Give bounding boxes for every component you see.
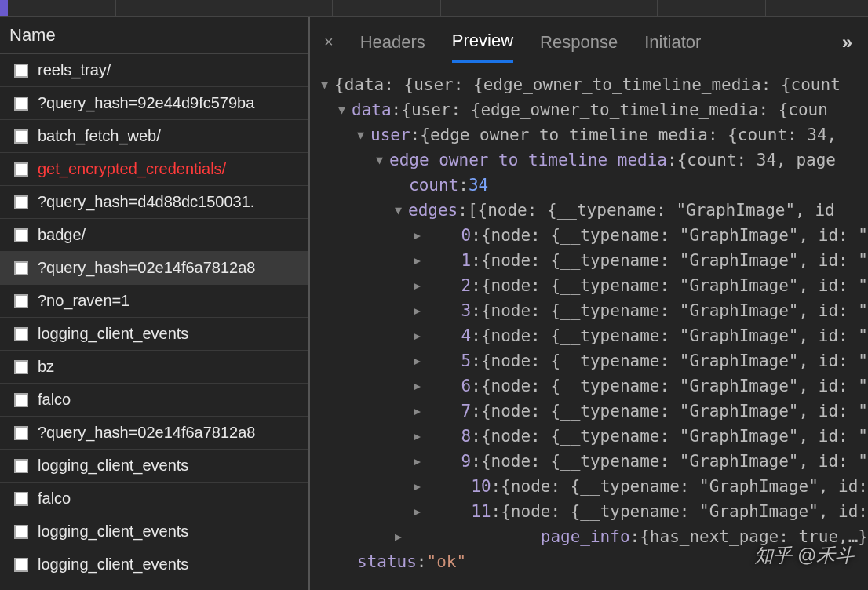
- tree-summary: {user: {edge_owner_to_timeline_media: {c…: [401, 97, 828, 122]
- tree-summary: {node: {__typename: "GraphImage", id: ": [481, 449, 868, 474]
- request-checkbox[interactable]: [14, 492, 28, 506]
- tree-summary: {node: {__typename: "GraphImage", id:: [501, 474, 868, 499]
- expand-toggle-icon[interactable]: [395, 524, 538, 549]
- tree-key: 4: [461, 323, 472, 348]
- request-name: ?no_raven=1: [38, 292, 129, 310]
- expand-toggle-icon[interactable]: [414, 499, 469, 524]
- top-toolbar: [0, 0, 868, 17]
- tab-response[interactable]: Response: [540, 23, 618, 62]
- request-row[interactable]: ?query_hash=d4d88dc150031.: [0, 186, 308, 219]
- request-name: bz: [38, 358, 54, 376]
- request-name: get_encrypted_credentials/: [38, 160, 226, 178]
- close-icon[interactable]: ×: [324, 33, 334, 51]
- tree-key: 8: [461, 424, 472, 449]
- tree-key: status: [357, 549, 417, 574]
- tree-summary: {node: {__typename: "GraphImage", id: ": [481, 373, 868, 399]
- tree-summary: {node: {__typename: "GraphImage", id: ": [481, 424, 868, 449]
- expand-toggle-icon[interactable]: [414, 248, 459, 273]
- request-row[interactable]: batch_fetch_web/: [0, 120, 308, 153]
- json-preview-tree[interactable]: {data: {user: {edge_owner_to_timeline_me…: [310, 67, 868, 590]
- expand-toggle-icon[interactable]: [414, 424, 459, 449]
- expand-toggle-icon[interactable]: [414, 449, 459, 474]
- expand-toggle-icon[interactable]: [414, 298, 459, 323]
- request-row[interactable]: logging_client_events: [0, 548, 308, 581]
- request-checkbox[interactable]: [14, 426, 28, 440]
- tree-key: 0: [461, 223, 472, 248]
- tree-key: user: [370, 122, 410, 148]
- request-name: reels_tray/: [38, 61, 111, 79]
- expand-toggle-icon[interactable]: [414, 348, 459, 373]
- tree-key: 1: [461, 248, 472, 273]
- toolbar-segment: [333, 0, 441, 16]
- request-checkbox[interactable]: [14, 228, 28, 242]
- request-checkbox[interactable]: [14, 97, 28, 111]
- request-name: badge/: [38, 226, 86, 244]
- request-name: ?query_hash=92e44d9fc579ba: [38, 94, 254, 112]
- expand-toggle-icon[interactable]: [414, 323, 459, 348]
- expand-toggle-icon[interactable]: [414, 223, 459, 248]
- request-row[interactable]: logging_client_events: [0, 450, 308, 483]
- request-row[interactable]: ?no_raven=1: [0, 285, 308, 318]
- request-row[interactable]: logging_client_events: [0, 318, 308, 351]
- tree-key: 9: [461, 449, 472, 474]
- request-name: logging_client_events: [38, 523, 188, 541]
- request-list: reels_tray/?query_hash=92e44d9fc579babat…: [0, 54, 308, 590]
- tab-preview[interactable]: Preview: [452, 21, 513, 63]
- tree-summary: {has_next_page: true,…}: [640, 524, 868, 549]
- name-column-header[interactable]: Name: [0, 17, 308, 54]
- request-row[interactable]: ?query_hash=92e44d9fc579ba: [0, 87, 308, 120]
- expand-toggle-icon[interactable]: [395, 198, 406, 223]
- expand-toggle-icon[interactable]: [357, 122, 368, 148]
- request-checkbox[interactable]: [14, 129, 28, 144]
- tree-summary: {node: {__typename: "GraphImage", id: ": [481, 273, 868, 298]
- request-checkbox[interactable]: [14, 360, 28, 374]
- request-checkbox[interactable]: [14, 327, 28, 341]
- request-checkbox[interactable]: [14, 294, 28, 308]
- expand-toggle-icon[interactable]: [321, 72, 332, 97]
- tab-initiator[interactable]: Initiator: [644, 23, 701, 62]
- tree-summary: {node: {__typename: "GraphImage", id: ": [481, 323, 868, 348]
- request-checkbox[interactable]: [14, 459, 28, 473]
- tree-key: 11: [471, 499, 491, 524]
- request-name: ?query_hash=02e14f6a7812a8: [38, 259, 255, 277]
- detail-tabs: × Headers Preview Response Initiator »: [310, 17, 868, 67]
- tree-key: edges: [408, 198, 458, 223]
- request-name: falco: [38, 391, 71, 409]
- request-checkbox[interactable]: [14, 558, 28, 572]
- expand-toggle-icon[interactable]: [414, 399, 459, 424]
- request-row[interactable]: ?query_hash=02e14f6a7812a8: [0, 417, 308, 450]
- tree-summary: {node: {__typename: "GraphImage", id: ": [481, 248, 868, 273]
- expand-toggle-icon[interactable]: [376, 148, 387, 173]
- tree-summary: {node: {__typename: "GraphImage", id: ": [481, 399, 868, 424]
- tree-key: data: [352, 97, 392, 122]
- tree-value: "ok": [427, 549, 467, 574]
- request-checkbox[interactable]: [14, 393, 28, 407]
- tree-summary: {node: {__typename: "GraphImage", id: ": [481, 223, 868, 248]
- toolbar-segment: [8, 0, 116, 16]
- request-checkbox[interactable]: [14, 162, 28, 177]
- expand-toggle-icon[interactable]: [414, 373, 459, 399]
- expand-toggle-icon[interactable]: [414, 273, 459, 298]
- request-row[interactable]: badge/: [0, 219, 308, 252]
- overflow-icon[interactable]: »: [842, 31, 854, 53]
- toolbar-segment: [549, 0, 658, 16]
- tree-summary: [{node: {__typename: "GraphImage", id: [468, 198, 835, 223]
- request-row[interactable]: logging_client_events: [0, 515, 308, 548]
- request-name: logging_client_events: [38, 457, 188, 475]
- request-row[interactable]: falco: [0, 384, 308, 417]
- toolbar-accent: [0, 0, 8, 16]
- request-row[interactable]: falco: [0, 483, 308, 515]
- request-checkbox[interactable]: [14, 525, 28, 539]
- tree-key: 3: [461, 298, 472, 323]
- request-checkbox[interactable]: [14, 64, 28, 78]
- request-checkbox[interactable]: [14, 195, 28, 209]
- tree-summary: {data: {user: {edge_owner_to_timeline_me…: [334, 72, 841, 97]
- expand-toggle-icon[interactable]: [338, 97, 349, 122]
- request-checkbox[interactable]: [14, 261, 28, 275]
- request-row[interactable]: get_encrypted_credentials/: [0, 153, 308, 186]
- request-row[interactable]: reels_tray/: [0, 54, 308, 87]
- expand-toggle-icon[interactable]: [414, 474, 469, 499]
- request-row[interactable]: ?query_hash=02e14f6a7812a8: [0, 252, 308, 285]
- request-row[interactable]: bz: [0, 351, 308, 384]
- tab-headers[interactable]: Headers: [360, 23, 425, 62]
